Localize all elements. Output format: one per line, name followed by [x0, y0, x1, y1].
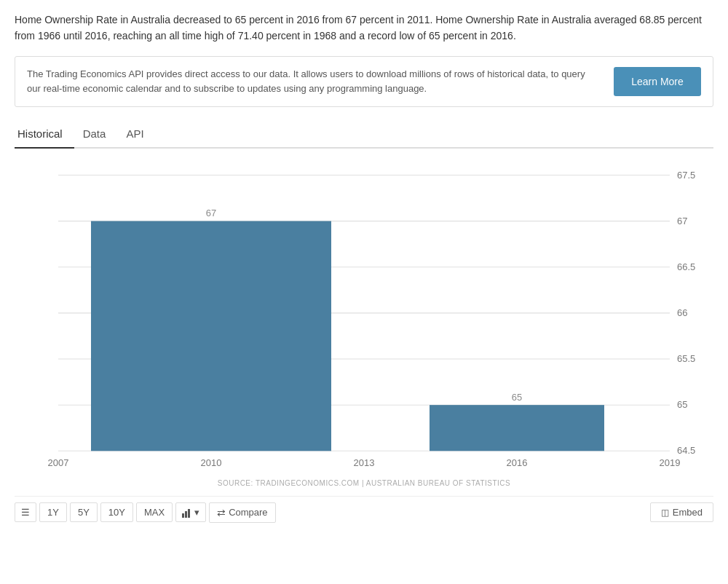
svg-text:67: 67: [206, 207, 216, 218]
chart-type-button[interactable]: ▾: [175, 502, 206, 522]
compare-icon: ⇄: [217, 507, 226, 518]
svg-rect-22: [185, 511, 187, 518]
chart-area: 67.5 67 66.5 66 65.5 65 64.5 2007 2010 2…: [15, 160, 713, 473]
tabs-container: Historical Data API: [15, 122, 713, 149]
max-button[interactable]: MAX: [136, 502, 173, 522]
api-banner: The Trading Economics API provides direc…: [15, 56, 713, 107]
svg-text:2016: 2016: [507, 457, 528, 467]
tab-api[interactable]: API: [123, 122, 155, 147]
embed-icon: ◫: [661, 508, 669, 518]
compare-label: Compare: [229, 507, 267, 518]
bar-2010: [91, 221, 331, 451]
svg-text:2007: 2007: [48, 457, 69, 467]
svg-rect-23: [188, 509, 190, 518]
embed-button[interactable]: ◫ Embed: [650, 502, 713, 522]
svg-text:2013: 2013: [354, 457, 375, 467]
1y-button[interactable]: 1Y: [39, 502, 67, 522]
description-text: Home Ownership Rate in Australia decreas…: [15, 12, 713, 44]
chart-toolbar: ☰ 1Y 5Y 10Y MAX ▾ ⇄ Compare ◫ Embed: [15, 496, 713, 529]
api-banner-text: The Trading Economics API provides direc…: [27, 67, 599, 95]
chart-type-arrow: ▾: [194, 507, 199, 518]
svg-text:64.5: 64.5: [677, 445, 695, 456]
10y-button[interactable]: 10Y: [100, 502, 133, 522]
embed-label: Embed: [673, 507, 703, 518]
tab-data[interactable]: Data: [80, 122, 118, 147]
svg-text:65: 65: [512, 391, 522, 402]
compare-button[interactable]: ⇄ Compare: [209, 502, 275, 523]
learn-more-button[interactable]: Learn More: [614, 67, 701, 96]
svg-text:66.5: 66.5: [677, 261, 695, 272]
tab-historical[interactable]: Historical: [15, 122, 74, 147]
svg-text:65: 65: [677, 399, 687, 410]
svg-text:2010: 2010: [201, 457, 222, 467]
main-container: Home Ownership Rate in Australia decreas…: [0, 0, 728, 540]
svg-text:67.5: 67.5: [677, 169, 695, 180]
svg-rect-21: [182, 513, 184, 518]
svg-text:65.5: 65.5: [677, 353, 695, 364]
chart-source: SOURCE: TRADINGECONOMICS.COM | AUSTRALIA…: [15, 479, 713, 487]
svg-text:67: 67: [677, 215, 687, 226]
svg-text:2019: 2019: [660, 457, 681, 467]
list-view-button[interactable]: ☰: [15, 502, 36, 522]
bar-2016: [430, 405, 604, 451]
svg-text:66: 66: [677, 307, 687, 318]
5y-button[interactable]: 5Y: [70, 502, 98, 522]
chart-svg: 67.5 67 66.5 66 65.5 65 64.5 2007 2010 2…: [15, 160, 713, 473]
